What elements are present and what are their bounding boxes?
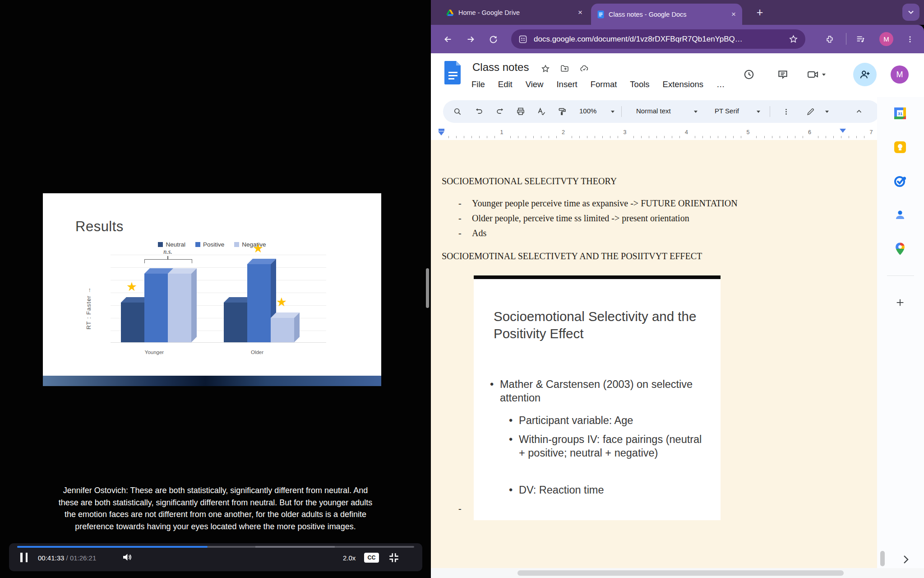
spellcheck-icon [537, 107, 546, 116]
extensions-icon [825, 35, 834, 44]
extensions-button[interactable] [822, 32, 837, 47]
more-toolbar-button[interactable] [780, 105, 792, 118]
video-pane-scrollbar[interactable] [426, 268, 429, 308]
browser-profile-avatar[interactable]: M [879, 32, 893, 46]
ruler-tick [718, 136, 718, 138]
comments-button[interactable] [773, 65, 793, 84]
ruler-tick [856, 136, 857, 138]
progress-fill [17, 546, 208, 548]
reload-button[interactable] [486, 32, 500, 47]
redo-button[interactable] [494, 105, 506, 118]
back-button[interactable] [441, 32, 455, 47]
version-history-button[interactable] [739, 65, 759, 84]
paint-format-button[interactable] [556, 105, 568, 118]
ruler[interactable]: 1234567 [431, 128, 924, 140]
menu-item-2[interactable]: View [526, 79, 544, 89]
exit-fullscreen-icon[interactable] [388, 552, 400, 565]
contacts-button[interactable] [893, 208, 907, 222]
menu-item-1[interactable]: Edit [498, 79, 513, 89]
bullet-text: DV: Reaction time [519, 483, 604, 497]
keep-button[interactable] [893, 140, 907, 154]
media-controls-button[interactable] [853, 32, 868, 47]
menu-item-7[interactable]: … [716, 79, 725, 89]
paint-roller-icon [558, 107, 567, 116]
undo-button[interactable] [473, 105, 485, 118]
ruler-tick [533, 136, 534, 138]
horizontal-scrollbar-thumb[interactable] [517, 570, 844, 576]
ruler-tick [549, 136, 549, 138]
font-select[interactable]: PT Serif [715, 107, 739, 115]
ruler-tick [633, 136, 634, 138]
right-indent-marker[interactable] [840, 129, 846, 133]
search-menus-button[interactable] [451, 105, 464, 118]
side-panel-divider [887, 275, 914, 276]
ruler-tick [518, 136, 518, 138]
bar-younger-positive [144, 274, 168, 342]
ruler-tick [448, 136, 449, 138]
menu-item-0[interactable]: File [471, 79, 485, 89]
ruler-tick [679, 136, 680, 138]
docs-profile-avatar[interactable]: M [891, 65, 909, 84]
menu-item-5[interactable]: Tools [630, 79, 649, 89]
first-line-indent-marker[interactable] [438, 131, 444, 135]
cloud-saved-icon[interactable] [579, 64, 589, 73]
video-player-pane[interactable]: Results NeutralPositiveNegative n.s. RT … [0, 0, 431, 578]
menu-item-4[interactable]: Format [591, 79, 617, 89]
forward-button[interactable] [463, 32, 478, 47]
new-tab-button[interactable]: + [752, 5, 767, 20]
tab-close-button[interactable]: × [578, 8, 582, 17]
pause-button[interactable] [20, 553, 29, 562]
star-document-icon[interactable] [541, 64, 550, 73]
tasks-button[interactable] [893, 174, 907, 188]
progress-bar[interactable] [17, 546, 414, 548]
horizontal-scrollbar-track[interactable] [431, 568, 924, 578]
playback-speed-button[interactable]: 2.0x [343, 554, 356, 562]
spellcheck-button[interactable] [535, 105, 548, 118]
url-bar[interactable]: docs.google.com/document/d/1vz8rDXFBqrR7… [511, 29, 805, 49]
ruler-tick [595, 136, 595, 138]
get-addons-button[interactable] [893, 296, 907, 309]
browser-menu-button[interactable] [903, 32, 917, 47]
bookmark-star-icon[interactable] [789, 34, 798, 44]
zoom-select[interactable]: 100% [579, 107, 596, 115]
left-indent-marker[interactable] [439, 129, 444, 131]
tab-class-notes[interactable]: Class notes - Google Docs × [591, 4, 742, 25]
share-button[interactable] [853, 63, 877, 86]
gridline [111, 255, 326, 255]
document-title[interactable]: Class notes [472, 61, 529, 74]
tab-google-drive[interactable]: Home - Google Drive × [440, 5, 589, 21]
ruler-tick [833, 136, 834, 138]
bullet-dash: - [431, 213, 472, 224]
site-info-icon[interactable] [518, 35, 527, 44]
move-folder-icon[interactable] [560, 64, 569, 73]
document-scrollbar[interactable] [880, 551, 885, 566]
tab-search-button[interactable] [902, 4, 919, 21]
url-text[interactable]: docs.google.com/document/d/1vz8rDXFBqrR7… [534, 35, 789, 44]
document-page[interactable]: SOCIOEMOTIONAL SELECITVTY THEORY -Younge… [431, 140, 877, 568]
chart-plot: ★Younger★★Older [43, 193, 381, 386]
bullet-text: Older people, perceive time ss limited -… [472, 213, 689, 224]
video-controls-bar: 00:41:33 / 01:26:21 2.0x CC [9, 543, 422, 571]
paragraph-style-select[interactable]: Normal text [636, 107, 671, 115]
maps-button[interactable] [893, 242, 907, 256]
volume-icon[interactable] [122, 552, 133, 564]
ruler-tick [803, 136, 803, 138]
video-slide: Results NeutralPositiveNegative n.s. RT … [43, 193, 381, 386]
slide-image-bullet: •Mather & Carstensen (2003) on selective… [490, 378, 709, 405]
ruler-tick [572, 136, 572, 138]
embedded-slide-image[interactable]: Socioemotional Selectivity and the Posit… [474, 275, 721, 520]
ruler-tick [849, 136, 849, 138]
meet-button[interactable] [806, 65, 826, 84]
hide-menus-button[interactable] [853, 105, 865, 118]
current-time: 00:41:33 [38, 554, 64, 562]
print-button[interactable] [514, 105, 527, 118]
calendar-button[interactable]: 31 [893, 107, 907, 120]
closed-captions-button[interactable]: CC [364, 553, 379, 563]
side-panel-collapse-button[interactable] [901, 554, 911, 565]
tab-close-button[interactable]: × [731, 10, 736, 19]
docs-logo-icon[interactable] [444, 61, 462, 86]
doc-heading-2: SOCIOEMOTINAL SELECTIVETY AND THE POSIIT… [442, 251, 702, 261]
menu-item-6[interactable]: Extensions [663, 79, 704, 89]
editing-mode-button[interactable] [804, 105, 817, 118]
menu-item-3[interactable]: Insert [556, 79, 577, 89]
